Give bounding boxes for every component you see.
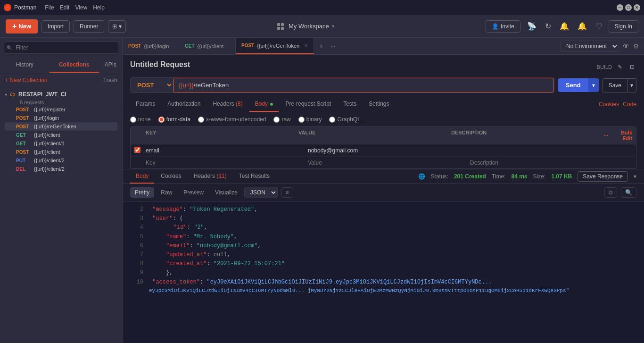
key-placeholder-input[interactable] [146,159,308,166]
resp-tab-body[interactable]: Body [130,169,154,184]
request-item-login[interactable]: POST {{url}}/login [5,114,117,122]
radio-formdata-input[interactable] [158,117,165,123]
minimize-button[interactable]: ─ [617,4,623,11]
layout-button[interactable]: ⊞ ▾ [108,20,125,33]
more-tabs-button[interactable]: ··· [328,43,338,50]
notification-icon-button[interactable]: 🔔 [558,20,571,33]
send-button[interactable]: Send [558,78,588,92]
req-tab-headers[interactable]: Headers (8) [207,97,248,112]
sync-icon-button[interactable]: ↻ [543,20,553,33]
request-item-client-1[interactable]: GET {{url}}/client/1 [5,139,117,148]
req-tab-prerequest[interactable]: Pre-request Script [280,97,337,112]
maximize-button[interactable]: □ [625,4,632,11]
eye-icon[interactable]: 👁 [623,42,629,50]
req-tab-params[interactable]: Params [130,97,161,112]
tab-client-get[interactable]: GET {{url}}/client [179,38,236,54]
method-post-badge: POST [16,150,31,155]
request-item-client-get[interactable]: GET {{url}}/client [5,131,117,139]
preview-button[interactable]: Preview [179,187,208,198]
save-response-arrow[interactable]: ▾ [634,173,636,180]
tab-method-get: GET [185,43,195,49]
send-dropdown-button[interactable]: ▾ [588,78,599,92]
collection-header[interactable]: ▾ 🗂 RESTAPI_JWT_CI [5,89,117,100]
request-item-client-del[interactable]: DEL {{url}}/client/2 [5,165,117,173]
edit-icon-button[interactable]: ✎ [616,62,624,72]
resp-tab-testresults[interactable]: Test Results [233,169,275,184]
runner-button[interactable]: Runner [74,20,104,33]
save-response-button[interactable]: Save Response [578,171,628,182]
new-button[interactable]: + New [6,19,38,33]
environment-select[interactable]: No Environment [560,41,619,52]
request-item-client-put[interactable]: PUT {{url}}/client/2 [5,156,117,165]
tab-collections[interactable]: Collections [50,58,99,73]
bell-icon-button[interactable]: 🔔 [576,20,589,33]
sidebar-tabs: History Collections APIs [0,58,122,73]
raw-button[interactable]: Raw [156,187,177,198]
code-line-7: 7 "updated_at": null, [130,251,636,259]
invite-button[interactable]: 👤 Invite [486,20,520,33]
url-var-text: {{url}} [179,82,194,89]
copy-icon-button[interactable]: ⧉ [604,187,617,198]
tab-history[interactable]: History [0,58,50,73]
save-dropdown-button[interactable]: ▾ [627,78,636,92]
save-button[interactable]: Save [603,78,627,92]
radio-urlencoded[interactable]: x-www-form-urlencoded [198,116,266,123]
method-select[interactable]: POST [131,78,173,92]
indent-icon-button[interactable]: ≡ [281,187,293,198]
desc-placeholder-input[interactable] [470,159,632,166]
radio-binary-input[interactable] [298,117,305,123]
menu-file[interactable]: File [45,4,54,11]
signin-button[interactable]: Sign In [609,20,638,33]
request-url: {{url}}/login [34,115,59,121]
format-select[interactable]: JSON XML HTML Text [244,187,278,198]
add-tab-button[interactable]: + [314,42,328,50]
radio-urlencoded-input[interactable] [198,117,204,123]
radio-graphql-input[interactable] [329,117,335,123]
import-button[interactable]: Import [41,20,70,33]
request-item-client-post[interactable]: POST {{url}}/client [5,148,117,156]
tab-login[interactable]: POST {{url}}/login [123,38,179,54]
radio-binary[interactable]: binary [298,116,322,123]
req-tab-authorization[interactable]: Authorization [162,97,206,112]
menu-help[interactable]: Help [93,4,105,11]
request-item-regentoken[interactable]: POST {{url}}/reGenToken [5,122,117,131]
radio-graphql[interactable]: GraphQL [329,116,360,123]
menu-edit[interactable]: Edit [60,4,70,11]
trash-button[interactable]: Trash [103,77,117,84]
req-tabs-right: Cookies Code [599,101,636,108]
pretty-button[interactable]: Pretty [130,187,154,198]
resp-tab-cookies[interactable]: Cookies [155,169,187,184]
satellite-icon-button[interactable]: 📡 [525,20,538,33]
radio-none[interactable]: none [130,116,151,123]
close-button[interactable]: ✕ [634,4,640,11]
search-icon-button[interactable]: 🔍 [621,187,636,198]
bulk-edit-button[interactable]: Bulk Edit [611,130,632,141]
radio-raw[interactable]: raw [273,116,290,123]
method-post-badge: POST [16,107,31,112]
tab-close-icon[interactable]: ✕ [304,43,308,48]
more-options-icon[interactable]: ··· [604,133,608,138]
visualize-button[interactable]: Visualize [210,187,242,198]
settings-icon[interactable]: ⚙ [633,42,639,50]
code-button[interactable]: Code [623,101,636,108]
tab-regentoken[interactable]: POST {{url}}/reGenToken ✕ [236,38,314,54]
request-item-register[interactable]: POST {{url}}/register [5,105,117,114]
req-tab-body[interactable]: Body [249,97,279,112]
value-placeholder-input[interactable] [308,159,470,166]
resp-tab-headers[interactable]: Headers (11) [188,169,232,184]
req-tab-settings[interactable]: Settings [363,97,395,112]
workspace-button[interactable]: My Workspace ▾ [277,23,334,30]
radio-raw-input[interactable] [273,117,280,123]
cookies-button[interactable]: Cookies [599,101,619,108]
radio-none-input[interactable] [130,117,136,123]
heart-icon-button[interactable]: ♡ [594,20,604,33]
req-tab-tests[interactable]: Tests [338,97,362,112]
row-checkbox[interactable] [134,147,140,153]
menu-view[interactable]: View [75,4,87,11]
layout-icon-button[interactable]: ⊡ [628,62,636,72]
tab-apis[interactable]: APIs [99,58,122,73]
search-input[interactable] [4,42,118,54]
url-input-display[interactable]: {{url}}/reGenToken [173,78,554,92]
new-collection-button[interactable]: + New Collection [5,77,47,84]
radio-formdata[interactable]: form-data [158,116,190,123]
